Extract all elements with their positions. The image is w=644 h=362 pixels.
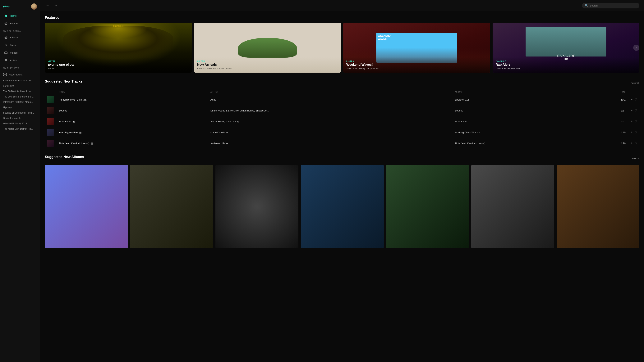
tracks-view-all[interactable]: View all bbox=[632, 82, 640, 84]
album-thumbnail-4 bbox=[301, 165, 384, 248]
card-content-waves: LISTEN Weekend Waves! Jaden Smith, twent… bbox=[343, 57, 490, 73]
col-album: ALBUM bbox=[452, 90, 589, 94]
playlist-item-8[interactable]: Drake Essentials bbox=[0, 115, 40, 121]
add-button-1[interactable]: + bbox=[631, 98, 632, 101]
album-card-3[interactable] bbox=[216, 165, 298, 249]
back-button[interactable]: ← bbox=[45, 3, 50, 8]
card-badge-arrivals: LISTEN bbox=[197, 60, 338, 62]
album-card-7[interactable] bbox=[556, 165, 640, 249]
card-menu-arrivals[interactable]: ··· bbox=[335, 25, 339, 28]
album-thumbnail-1 bbox=[45, 165, 128, 248]
playlist-item-2[interactable]: Lo-fi Haze bbox=[0, 83, 40, 89]
track-title-wrapper-1: Remembrance (Main Mix) bbox=[59, 98, 206, 101]
track-thumbnail-3 bbox=[47, 118, 54, 125]
card-title-waves: Weekend Waves! bbox=[346, 63, 487, 67]
track-title-cell-1: Remembrance (Main Mix) bbox=[56, 94, 208, 105]
album-card-5[interactable] bbox=[386, 165, 469, 249]
videos-icon bbox=[4, 51, 8, 54]
card-badge-waves: LISTEN bbox=[346, 60, 487, 62]
add-button-3[interactable]: + bbox=[631, 120, 632, 123]
new-playlist-button[interactable]: + New Playlist bbox=[0, 71, 40, 78]
playlist-item-1[interactable]: Behind the Decks: Seth Tro... bbox=[0, 78, 40, 83]
table-row[interactable]: Your Biggest Fan E Marie Davidson Workin… bbox=[45, 127, 640, 138]
add-button-4[interactable]: + bbox=[631, 131, 632, 134]
featured-card-trench[interactable]: TRENCH ··· LISTEN twenty one pilots Tren… bbox=[45, 23, 192, 73]
playlist-item-4[interactable]: The 200 Best Songs of the ... bbox=[0, 94, 40, 99]
like-button-5[interactable]: ♡ bbox=[634, 142, 637, 145]
table-row[interactable]: 25 Soldiers E Swizz Beatz, Young Thug 25… bbox=[45, 116, 640, 127]
album-card-6[interactable] bbox=[471, 165, 554, 249]
waves-art-text: WEEKENDWAVES bbox=[378, 34, 390, 40]
track-artist-2: Dimitri Vegas & Like Mike, Julian Banks,… bbox=[208, 105, 452, 116]
albums-row bbox=[45, 165, 640, 249]
track-artist-1: Anna bbox=[208, 94, 452, 105]
playlists-more-button[interactable]: ··· bbox=[34, 66, 37, 70]
featured-card-rap[interactable]: RAP ALERTUK ··· PLAYLIST Rap Alert Ultim… bbox=[492, 23, 640, 73]
playlist-item-9[interactable]: What Hi-Fi? May 2018 bbox=[0, 121, 40, 126]
track-action-group-3: + ♡ bbox=[630, 120, 637, 123]
sidebar-item-explore[interactable]: Explore bbox=[1, 20, 39, 27]
search-input[interactable] bbox=[590, 4, 636, 7]
playlist-item-10[interactable]: The Motor City: Detroit Hou... bbox=[0, 126, 40, 132]
featured-card-waves[interactable]: WEEKENDWAVES ··· LISTEN Weekend Waves! J… bbox=[343, 23, 490, 73]
albums-section-header: Suggested New Albums View all bbox=[45, 155, 640, 162]
albums-section-title: Suggested New Albums bbox=[45, 155, 84, 159]
table-row[interactable]: Tints (feat. Kendrick Lamar) E Anderson … bbox=[45, 138, 640, 149]
albums-view-all[interactable]: View all bbox=[632, 157, 640, 160]
explicit-badge-5: E bbox=[91, 142, 93, 145]
tracks-section-title: Suggested New Tracks bbox=[45, 79, 82, 83]
sidebar-header bbox=[0, 0, 40, 12]
track-actions-5: + ♡ bbox=[628, 138, 640, 149]
table-row[interactable]: Bounce Dimitri Vegas & Like Mike, Julian… bbox=[45, 105, 640, 116]
track-time-2: 2:37 bbox=[589, 105, 628, 116]
sidebar-item-videos[interactable]: Videos bbox=[1, 49, 39, 56]
track-thumbnail-1 bbox=[47, 96, 54, 103]
svg-point-1 bbox=[6, 23, 6, 24]
track-time-5: 4:29 bbox=[589, 138, 628, 149]
track-title-cell-2: Bounce bbox=[56, 105, 208, 116]
avatar-image bbox=[31, 3, 37, 9]
svg-point-3 bbox=[6, 37, 6, 38]
sidebar-label-videos: Videos bbox=[10, 51, 18, 54]
carousel-next-button[interactable]: › bbox=[633, 45, 640, 51]
album-card-4[interactable] bbox=[301, 165, 384, 249]
like-button-3[interactable]: ♡ bbox=[634, 120, 637, 123]
playlist-item-6[interactable]: Hip-Hop bbox=[0, 105, 40, 110]
track-thumb-cell-3 bbox=[45, 116, 56, 127]
logo-dot-4 bbox=[8, 5, 10, 7]
album-card-2[interactable] bbox=[130, 165, 213, 249]
sidebar-label-albums: Albums bbox=[10, 36, 18, 39]
avatar[interactable] bbox=[31, 3, 37, 9]
card-subtitle-waves: Jaden Smith, twenty one pilots and ... bbox=[346, 67, 487, 69]
col-time: TIME bbox=[589, 90, 628, 94]
add-button-5[interactable]: + bbox=[631, 142, 632, 145]
card-menu-trench[interactable]: ··· bbox=[186, 25, 189, 28]
track-action-group-2: + ♡ bbox=[630, 109, 637, 112]
playlist-item-5[interactable]: Pitchfork's 200 Best Album... bbox=[0, 99, 40, 105]
like-button-2[interactable]: ♡ bbox=[634, 109, 637, 112]
add-button-2[interactable]: + bbox=[631, 109, 632, 112]
sidebar-item-albums[interactable]: Albums bbox=[1, 34, 39, 41]
forward-button[interactable]: → bbox=[53, 3, 59, 8]
album-thumbnail-7 bbox=[556, 165, 640, 248]
card-menu-waves[interactable]: ··· bbox=[484, 25, 488, 28]
card-title-trench: twenty one pilots bbox=[48, 63, 189, 67]
sidebar-item-home[interactable]: Home bbox=[1, 12, 39, 19]
track-album-5: Tints (feat. Kendrick Lamar) bbox=[452, 138, 589, 149]
track-thumbnail-2 bbox=[47, 107, 54, 114]
card-menu-rap[interactable]: ··· bbox=[634, 25, 637, 28]
like-button-1[interactable]: ♡ bbox=[634, 98, 637, 101]
playlist-item-3[interactable]: The 50 Best Ambient Albu... bbox=[0, 89, 40, 94]
album-card-1[interactable] bbox=[45, 165, 128, 249]
card-title-rap: Rap Alert bbox=[496, 63, 636, 67]
sidebar-item-artists[interactable]: Artists bbox=[1, 57, 39, 64]
featured-title: Featured bbox=[45, 16, 640, 20]
sidebar-item-tracks[interactable]: Tracks bbox=[1, 41, 39, 49]
featured-card-arrivals[interactable]: NEWARRIVALS ··· LISTEN New Arrivals Ande… bbox=[194, 23, 341, 73]
like-button-4[interactable]: ♡ bbox=[634, 131, 637, 134]
playlist-item-7[interactable]: Sounds of Dekmantel Festi... bbox=[0, 110, 40, 115]
tracks-table-header-row: TITLE ARTIST ALBUM TIME bbox=[45, 90, 640, 94]
track-artist-4: Marie Davidson bbox=[208, 127, 452, 138]
table-row[interactable]: Remembrance (Main Mix) Anna Speicher 105… bbox=[45, 94, 640, 105]
track-time-3: 4:47 bbox=[589, 116, 628, 127]
